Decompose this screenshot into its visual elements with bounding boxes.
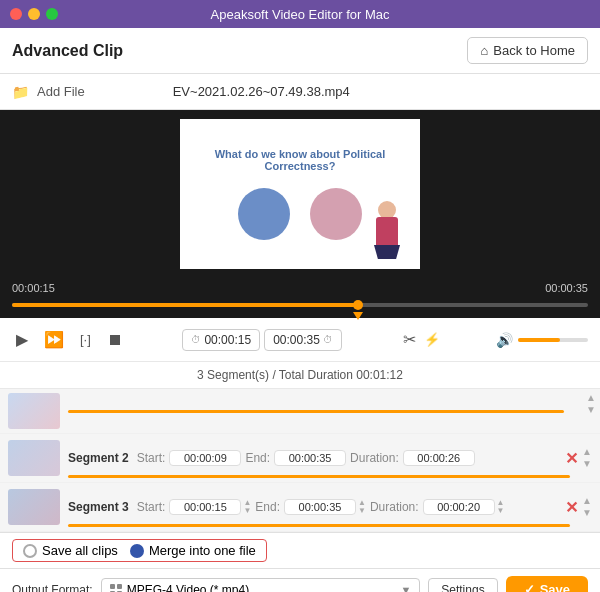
format-select[interactable]: MPEG-4 Video (*.mp4) ▼ <box>101 578 421 593</box>
play-button[interactable]: ▶ <box>12 328 32 351</box>
seg2-start-label: Start: <box>137 451 166 465</box>
segment-3-thumb <box>8 489 60 525</box>
page-title: Advanced Clip <box>12 42 123 60</box>
timeline-labels: 00:00:15 00:00:35 <box>12 282 588 294</box>
time-start-icon: ⏱ <box>191 334 201 345</box>
segments-wrapper: ▲ ▼ Segment 2 Start: 00:00:09 End: 00:00… <box>0 389 600 532</box>
timeline-start: 00:00:15 <box>12 282 55 294</box>
seg3-dur-down[interactable]: ▼ <box>497 507 505 515</box>
traffic-lights <box>10 8 58 20</box>
circles-row <box>238 188 362 240</box>
end-time-box[interactable]: 00:00:35 ⏱ <box>264 329 342 351</box>
timeline-track[interactable] <box>12 298 588 312</box>
segment-2-thumb <box>8 440 60 476</box>
maximize-button[interactable] <box>46 8 58 20</box>
merge-one-file-label: Merge into one file <box>149 543 256 558</box>
minimize-button[interactable] <box>28 8 40 20</box>
seg2-reorder: ▲ ▼ <box>582 447 592 469</box>
save-all-clips-radio[interactable] <box>23 544 37 558</box>
seg3-end-down[interactable]: ▼ <box>358 507 366 515</box>
app-title: Apeaksoft Video Editor for Mac <box>211 7 390 22</box>
seg2-dur-val[interactable]: 00:00:26 <box>403 450 475 466</box>
start-time-box[interactable]: ⏱ 00:00:15 <box>182 329 260 351</box>
add-file-label[interactable]: Add File <box>37 84 85 99</box>
save-button[interactable]: ✓ Save <box>506 576 588 592</box>
close-button[interactable] <box>10 8 22 20</box>
seg2-up-button[interactable]: ▲ <box>582 447 592 457</box>
seg2-label: Segment 2 <box>68 451 129 465</box>
format-grid-icon <box>110 584 122 593</box>
format-value: MPEG-4 Video (*.mp4) <box>127 583 250 593</box>
segment-row-3: Segment 3 Start: 00:00:15 ▲ ▼ End: 00:00… <box>0 483 600 532</box>
timeline-progress <box>12 303 358 307</box>
seg2-end-label: End: <box>245 451 270 465</box>
seg2-down-button[interactable]: ▼ <box>582 459 592 469</box>
video-frame: What do we know about Political Correctn… <box>180 119 420 269</box>
save-check-icon: ✓ <box>524 582 535 592</box>
seg1-progress-bar <box>68 410 564 413</box>
scissors-button[interactable]: ✂ <box>403 330 416 349</box>
fast-forward-button[interactable]: ⏩ <box>40 328 68 351</box>
volume-area: 🔊 <box>496 332 588 348</box>
volume-fill <box>518 338 560 342</box>
seg3-dur-val[interactable]: 00:00:20 <box>423 499 495 515</box>
merge-one-file-option[interactable]: Merge into one file <box>130 543 256 558</box>
seg3-up-button[interactable]: ▲ <box>582 496 592 506</box>
segment-summary: 3 Segment(s) / Total Duration 00:01:12 <box>0 362 600 389</box>
fgi-cell-2 <box>117 584 122 589</box>
seg3-start-label: Start: <box>137 500 166 514</box>
volume-track[interactable] <box>518 338 588 342</box>
seg2-delete-button[interactable]: ✕ <box>565 449 578 468</box>
seg-thumb-3-inner <box>8 489 60 525</box>
add-file-icon: 📁 <box>12 84 29 100</box>
fgi-cell-1 <box>110 584 115 589</box>
save-button-label: Save <box>540 582 570 592</box>
seg-thumb-1-inner <box>8 393 60 429</box>
seg3-delete-button[interactable]: ✕ <box>565 498 578 517</box>
settings-button[interactable]: Settings <box>428 578 497 593</box>
output-format-row: Output Format: MPEG-4 Video (*.mp4) ▼ Se… <box>0 569 600 592</box>
trim-button[interactable]: ⚡ <box>424 332 440 347</box>
clip-button[interactable]: [·] <box>76 330 95 349</box>
video-caption: What do we know about Political Correctn… <box>190 148 410 172</box>
timeline-bg <box>12 303 588 307</box>
seg3-down-button[interactable]: ▼ <box>582 508 592 518</box>
seg2-end-val[interactable]: 00:00:35 <box>274 450 346 466</box>
controls-bar: ▶ ⏩ [·] ⏹ ⏱ 00:00:15 00:00:35 ⏱ ✂ ⚡ 🔊 <box>0 318 600 362</box>
save-all-clips-option[interactable]: Save all clips <box>23 543 118 558</box>
end-time-val: 00:00:35 <box>273 333 320 347</box>
seg3-dur-label: Duration: <box>370 500 419 514</box>
segment-1-thumb <box>8 393 60 429</box>
seg1-up-button[interactable]: ▲ <box>586 393 596 403</box>
seg3-label: Segment 3 <box>68 500 129 514</box>
volume-icon: 🔊 <box>496 332 513 348</box>
back-home-button[interactable]: ⌂ Back to Home <box>467 37 588 64</box>
merge-one-file-radio[interactable] <box>130 544 144 558</box>
dropdown-arrow-icon: ▼ <box>400 584 411 593</box>
seg3-end-arrows: ▲ ▼ <box>358 499 366 515</box>
seg1-controls: ▲ ▼ <box>586 393 596 415</box>
segment-row-2: Segment 2 Start: 00:00:09 End: 00:00:35 … <box>0 434 600 483</box>
seg3-reorder: ▲ ▼ <box>582 496 592 518</box>
add-file-bar: 📁 Add File EV~2021.02.26~07.49.38.mp4 <box>0 74 600 110</box>
seg2-progress-bar <box>68 475 570 478</box>
home-icon: ⌂ <box>480 43 488 58</box>
stop-button[interactable]: ⏹ <box>103 329 127 351</box>
seg2-dur-label: Duration: <box>350 451 399 465</box>
seg3-start-val[interactable]: 00:00:15 <box>169 499 241 515</box>
back-home-label: Back to Home <box>493 43 575 58</box>
time-end-icon: ⏱ <box>323 334 333 345</box>
seg3-end-val[interactable]: 00:00:35 <box>284 499 356 515</box>
segment-row-1: ▲ ▼ <box>0 389 600 434</box>
seg3-start-group: 00:00:15 ▲ ▼ <box>169 499 251 515</box>
figure-skirt <box>374 245 400 259</box>
save-options-bar: Save all clips Merge into one file <box>0 532 600 569</box>
seg-thumb-2-inner <box>8 440 60 476</box>
video-preview-area: What do we know about Political Correctn… <box>0 110 600 278</box>
seg1-down-button[interactable]: ▼ <box>586 405 596 415</box>
seg2-start-val[interactable]: 00:00:09 <box>169 450 241 466</box>
circle-pink <box>310 188 362 240</box>
seg3-end-label: End: <box>255 500 280 514</box>
timeline-thumb[interactable] <box>353 300 363 310</box>
seg3-start-down[interactable]: ▼ <box>243 507 251 515</box>
